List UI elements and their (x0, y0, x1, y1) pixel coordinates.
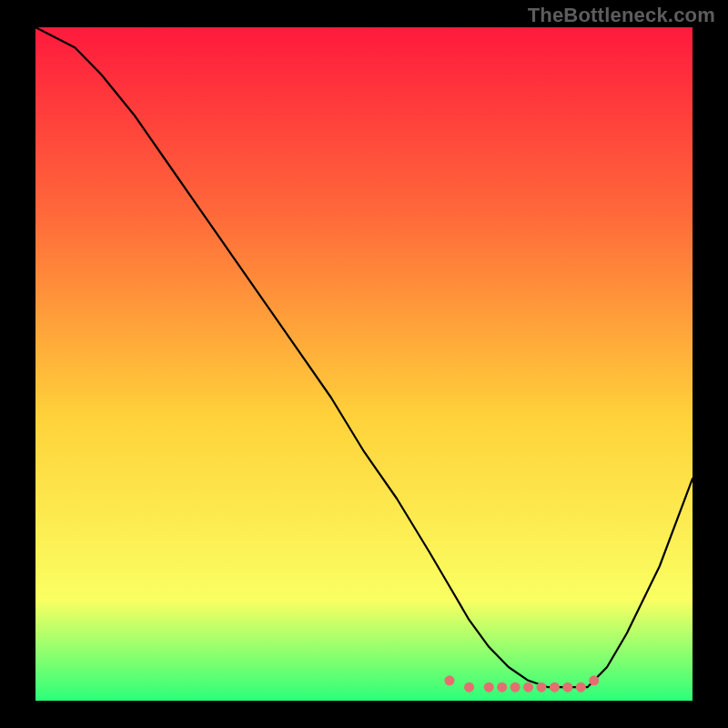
gradient-background (35, 27, 693, 701)
highlight-dot (550, 682, 560, 693)
bottleneck-chart (35, 27, 693, 701)
highlight-dot (562, 682, 572, 693)
watermark: TheBottleneck.com (528, 4, 715, 27)
highlight-dot (484, 682, 494, 693)
plot-area (35, 27, 693, 701)
highlight-dot (589, 675, 599, 685)
highlight-dot (523, 682, 533, 693)
highlight-dot (536, 682, 546, 693)
highlight-dot (444, 675, 454, 685)
highlight-dot (497, 682, 507, 693)
highlight-dot (576, 682, 586, 693)
highlight-dot (511, 682, 521, 693)
highlight-dot (464, 682, 474, 693)
chart-container: TheBottleneck.com (0, 0, 728, 728)
